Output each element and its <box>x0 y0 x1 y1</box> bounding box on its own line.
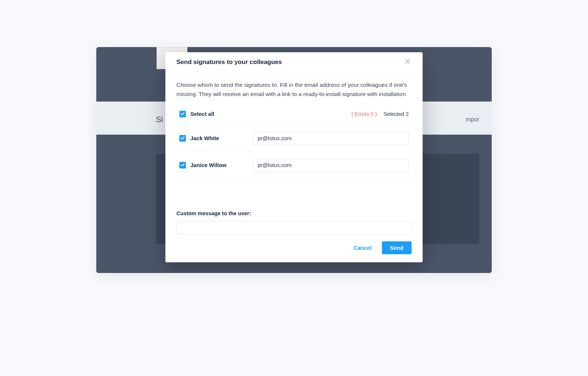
modal-description: Choose whom to send the signatures to. F… <box>176 81 412 99</box>
recipient-row: Janice Willow <box>176 152 412 179</box>
backdrop-right-text: mpor <box>466 116 479 123</box>
select-all-status: ( Errors 0 ) Selected 2 <box>351 111 409 117</box>
send-button[interactable]: Send <box>382 241 412 254</box>
modal-header: Send signatures to your colleagues <box>165 52 423 72</box>
close-icon <box>405 58 410 66</box>
modal-body: Choose whom to send the signatures to. F… <box>165 72 423 235</box>
check-icon <box>180 135 185 142</box>
select-all-checkbox[interactable] <box>179 111 186 117</box>
selected-count: Selected 2 <box>383 111 409 117</box>
recipient-name: Janice Willow <box>190 162 248 168</box>
check-icon <box>180 111 185 117</box>
select-all-row: Select all ( Errors 0 ) Selected 2 <box>176 111 412 125</box>
recipient-checkbox[interactable] <box>179 135 186 142</box>
app-stage: Si mpor Send signatures to your colleagu… <box>96 47 492 273</box>
spacer <box>176 179 412 210</box>
send-signatures-modal: Send signatures to your colleagues Choos… <box>165 52 423 262</box>
modal-footer: Cancel Send <box>165 235 423 262</box>
cancel-button[interactable]: Cancel <box>354 245 372 251</box>
recipient-email-input[interactable] <box>253 132 409 145</box>
recipient-email-input[interactable] <box>253 159 409 172</box>
backdrop-left-text: Si <box>156 115 163 124</box>
custom-message-input[interactable] <box>176 221 412 235</box>
modal-title: Send signatures to your colleagues <box>176 58 282 66</box>
errors-count: ( Errors 0 ) <box>351 111 377 117</box>
recipient-name: Jack White <box>190 135 248 141</box>
close-button[interactable] <box>404 58 412 66</box>
check-icon <box>180 162 185 169</box>
select-all-left: Select all <box>179 111 214 117</box>
custom-message-label: Custom message to the user: <box>176 210 412 216</box>
select-all-label: Select all <box>190 111 214 117</box>
recipient-checkbox[interactable] <box>179 162 186 169</box>
recipient-row: Jack White <box>176 125 412 152</box>
